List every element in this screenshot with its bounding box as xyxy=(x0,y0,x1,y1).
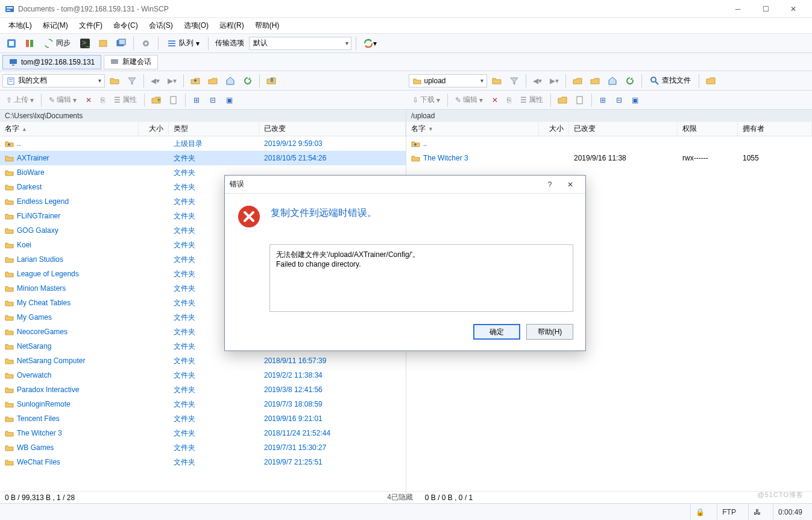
remote-copy-button[interactable]: ⎘ xyxy=(503,96,515,104)
local-forward-button[interactable]: ▶▾ xyxy=(165,74,180,88)
table-row[interactable]: Minion Masters文件夹 xyxy=(0,281,406,296)
console-button[interactable]: >_ xyxy=(77,36,93,51)
table-row[interactable]: FLiNGTrainer文件夹 xyxy=(0,209,406,223)
table-row[interactable]: WeChat Files文件夹2019/9/7 21:25:51 xyxy=(0,455,406,469)
new-window-button[interactable] xyxy=(113,36,129,51)
local-filter-button[interactable] xyxy=(124,74,140,88)
table-row[interactable]: Overwatch文件夹2019/2/2 11:38:34 xyxy=(0,368,406,382)
remote-forward-button[interactable]: ▶▾ xyxy=(547,74,562,88)
table-row[interactable]: Larian Studios文件夹 xyxy=(0,252,406,267)
remote-bookmark-button[interactable] xyxy=(703,74,719,88)
remote-root-button[interactable] xyxy=(587,74,603,88)
remote-open-button[interactable] xyxy=(489,74,505,88)
table-row[interactable]: The Witcher 3文件夹2018/11/24 21:52:44 xyxy=(0,426,406,440)
table-row[interactable]: SunloginRemote文件夹2019/7/3 18:08:59 xyxy=(0,397,406,411)
transfer-preset-combo[interactable]: 默认 xyxy=(249,37,351,50)
col-size[interactable]: 大小 xyxy=(539,122,569,136)
remote-expand-button[interactable]: ⊞ xyxy=(596,93,610,107)
maximize-button[interactable]: ☐ xyxy=(752,0,779,18)
local-root-button[interactable] xyxy=(205,74,221,88)
remote-filter-button[interactable] xyxy=(506,74,522,88)
table-row[interactable]: My Cheat Tables文件夹 xyxy=(0,296,406,310)
col-changed[interactable]: 已改变 xyxy=(569,122,678,136)
table-row[interactable]: WB Games文件夹2019/7/31 15:30:27 xyxy=(0,440,406,455)
local-delete-button[interactable]: ✕ xyxy=(82,96,95,104)
table-row[interactable]: Koei文件夹 xyxy=(0,238,406,252)
local-selectall-button[interactable]: ▣ xyxy=(222,93,236,107)
table-row[interactable]: My Games文件夹 xyxy=(0,310,406,325)
menu-item[interactable]: 标记(M) xyxy=(38,19,73,33)
new-session-tab[interactable]: 新建会话 xyxy=(104,55,158,69)
table-row[interactable]: League of Legends文件夹 xyxy=(0,267,406,281)
col-name[interactable]: 名字▲ xyxy=(0,122,139,136)
remote-delete-button[interactable]: ✕ xyxy=(488,96,502,104)
table-row[interactable]: AXTrainer文件夹2018/10/5 21:54:26 xyxy=(0,151,406,165)
menu-item[interactable]: 帮助(H) xyxy=(250,19,285,33)
local-edit-button[interactable]: ✎编辑 ▾ xyxy=(45,95,80,105)
table-row[interactable]: NetSarang Computer文件夹2018/9/11 16:57:39 xyxy=(0,354,406,368)
sync-dirs-button[interactable] xyxy=(95,36,111,51)
table-row[interactable]: Darkest文件夹 xyxy=(0,180,406,194)
remote-back-button[interactable]: ◀▾ xyxy=(530,74,545,88)
col-rights[interactable]: 权限 xyxy=(678,122,738,136)
local-home-button[interactable] xyxy=(222,74,238,88)
menu-item[interactable]: 命令(C) xyxy=(109,19,143,33)
table-row[interactable]: .. xyxy=(406,136,812,151)
table-row[interactable]: The Witcher 32019/9/16 11:38rwx------105… xyxy=(406,151,812,165)
remote-refresh-button[interactable] xyxy=(622,74,638,88)
table-row[interactable]: ..上级目录2019/9/12 9:59:03 xyxy=(0,136,406,151)
remote-edit-button[interactable]: ✎编辑 ▾ xyxy=(452,95,486,105)
upload-button[interactable]: ⇧上传 ▾ xyxy=(2,95,37,105)
col-owner[interactable]: 拥有者 xyxy=(738,122,812,136)
table-row[interactable]: GOG Galaxy文件夹 xyxy=(0,223,406,238)
col-size[interactable]: 大小 xyxy=(139,122,169,136)
local-list[interactable]: ..上级目录2019/9/12 9:59:03AXTrainer文件夹2018/… xyxy=(0,136,406,503)
remote-newfile-button[interactable] xyxy=(572,93,588,107)
remote-home-button[interactable] xyxy=(605,74,620,88)
menu-item[interactable]: 会话(S) xyxy=(144,19,178,33)
table-row[interactable]: NeocoreGames文件夹 xyxy=(0,325,406,339)
table-row[interactable]: Paradox Interactive文件夹2019/3/8 12:41:56 xyxy=(0,382,406,397)
remote-collapse-button[interactable]: ⊟ xyxy=(612,93,626,107)
menu-item[interactable]: 文件(F) xyxy=(74,19,107,33)
remote-find-button[interactable]: 查找文件 xyxy=(646,74,695,88)
session-tab-active[interactable]: tom@192.168.159.131 xyxy=(2,55,101,69)
remote-selectall-button[interactable]: ▣ xyxy=(628,93,643,107)
table-row[interactable]: BioWare文件夹 xyxy=(0,165,406,180)
col-type[interactable]: 类型 xyxy=(169,122,259,136)
menu-item[interactable]: 远程(R) xyxy=(215,19,249,33)
local-props-button[interactable]: ☰属性 xyxy=(110,95,140,105)
table-row[interactable]: Endless Legend文件夹 xyxy=(0,194,406,209)
reconnect-button[interactable]: ▾ xyxy=(360,36,380,51)
remote-newdir-button[interactable] xyxy=(555,93,570,107)
remote-props-button[interactable]: ☰属性 xyxy=(517,95,547,105)
close-button[interactable]: ✕ xyxy=(779,0,807,18)
local-newfile-button[interactable] xyxy=(166,93,181,107)
local-bookmark-button[interactable] xyxy=(263,74,279,88)
queue-button[interactable]: 队列 ▾ xyxy=(163,36,204,51)
local-collapse-button[interactable]: ⊟ xyxy=(206,93,220,107)
menu-item[interactable]: 本地(L) xyxy=(4,19,37,33)
local-back-button[interactable]: ◀▾ xyxy=(148,74,163,88)
local-open-button[interactable] xyxy=(107,74,122,88)
local-expand-button[interactable]: ⊞ xyxy=(189,93,204,107)
local-drive-combo[interactable]: 我的文档 xyxy=(2,74,105,87)
remote-drive-combo[interactable]: upload xyxy=(409,74,487,87)
table-row[interactable]: NetSarang文件夹2019/6/16 17:06:15 xyxy=(0,339,406,354)
minimize-button[interactable]: ─ xyxy=(724,0,752,18)
local-newdir-button[interactable]: + xyxy=(148,93,164,107)
remote-up-button[interactable] xyxy=(570,74,585,88)
col-changed[interactable]: 已改变 xyxy=(259,122,406,136)
local-up-button[interactable] xyxy=(187,74,203,88)
synchronize-button[interactable]: 同步 xyxy=(40,36,75,51)
download-button[interactable]: ⇩下载 ▾ xyxy=(409,95,444,105)
sync-browse-button[interactable] xyxy=(4,36,19,51)
remote-list[interactable]: ..The Witcher 32019/9/16 11:38rwx------1… xyxy=(406,136,812,503)
compare-button[interactable] xyxy=(22,36,37,51)
menu-item[interactable]: 选项(O) xyxy=(179,19,213,33)
settings-button[interactable] xyxy=(138,36,154,51)
local-copy-button[interactable]: ⎘ xyxy=(97,96,109,104)
table-row[interactable]: Tencent Files文件夹2019/9/16 9:21:01 xyxy=(0,411,406,426)
local-refresh-button[interactable] xyxy=(240,74,256,88)
col-name[interactable]: 名字▼ xyxy=(406,122,539,136)
